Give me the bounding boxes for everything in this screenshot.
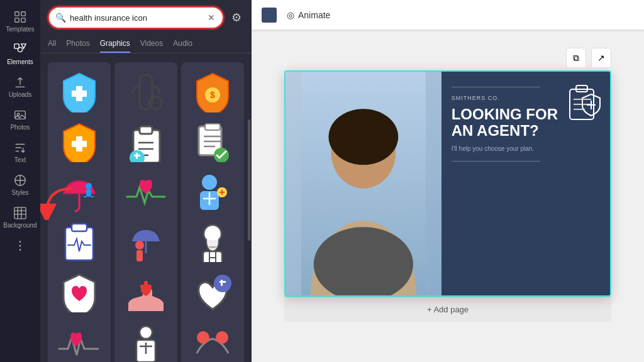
sidebar-label-styles: Styles bbox=[11, 189, 28, 196]
panel-tabs: All Photos Graphics Videos Audio bbox=[40, 35, 252, 53]
duplicate-button[interactable]: ⧉ bbox=[566, 48, 586, 68]
svg-point-50 bbox=[216, 331, 228, 344]
svg-text:$: $ bbox=[210, 90, 215, 100]
sidebar-item-more[interactable] bbox=[0, 234, 40, 258]
svg-rect-27 bbox=[205, 124, 220, 130]
canvas-wrapper: ⧉ ↗ bbox=[252, 30, 644, 362]
sidebar-item-templates[interactable]: Templates bbox=[0, 5, 40, 38]
svg-point-49 bbox=[197, 331, 209, 344]
filter-button[interactable]: ⚙ bbox=[229, 8, 244, 27]
tab-audio[interactable]: Audio bbox=[173, 35, 192, 53]
svg-point-13 bbox=[19, 249, 21, 251]
svg-point-40 bbox=[204, 225, 221, 243]
list-item[interactable] bbox=[114, 312, 177, 363]
design-card: SMITHERS CO. LOOKING FOR AN AGENT? I'll … bbox=[284, 70, 611, 297]
add-page-bar[interactable]: + Add page bbox=[284, 297, 611, 322]
list-item[interactable] bbox=[181, 312, 244, 363]
search-clear-button[interactable]: ✕ bbox=[206, 11, 216, 24]
tab-videos[interactable]: Videos bbox=[140, 35, 163, 53]
search-input-wrap[interactable]: 🔍 ✕ bbox=[48, 6, 224, 29]
search-icon: 🔍 bbox=[55, 13, 66, 23]
svg-point-47 bbox=[140, 326, 152, 339]
svg-point-8 bbox=[17, 113, 19, 116]
person-svg bbox=[286, 72, 441, 295]
sidebar-item-photos[interactable]: Photos bbox=[0, 103, 40, 136]
svg-rect-3 bbox=[21, 18, 25, 22]
svg-rect-2 bbox=[15, 18, 19, 22]
svg-rect-46 bbox=[221, 280, 223, 286]
sidebar-item-elements[interactable]: Elements bbox=[0, 38, 40, 70]
svg-rect-20 bbox=[72, 141, 87, 147]
sidebar-label-templates: Templates bbox=[6, 26, 35, 33]
list-item[interactable] bbox=[48, 312, 111, 363]
sidebar-item-background[interactable]: Background bbox=[0, 201, 40, 234]
top-bar: ◎ Animate bbox=[252, 0, 644, 30]
animate-icon: ◎ bbox=[287, 10, 294, 20]
svg-rect-1 bbox=[21, 12, 25, 16]
svg-point-54 bbox=[328, 109, 398, 165]
svg-rect-10 bbox=[14, 207, 26, 219]
animate-button[interactable]: ◎ Animate bbox=[287, 10, 330, 20]
svg-point-30 bbox=[86, 183, 92, 189]
canvas-controls: ⧉ ↗ bbox=[566, 48, 611, 68]
svg-point-11 bbox=[19, 241, 21, 243]
canvas-area: ⧉ ↗ bbox=[284, 70, 611, 297]
card-divider-bottom bbox=[452, 161, 541, 162]
add-page-label: + Add page bbox=[427, 305, 469, 314]
sidebar-label-elements: Elements bbox=[7, 58, 33, 65]
sidebar-item-styles[interactable]: Styles bbox=[0, 168, 40, 201]
sidebar-label-photos: Photos bbox=[10, 124, 30, 131]
svg-rect-35 bbox=[65, 228, 93, 260]
svg-rect-39 bbox=[136, 250, 143, 261]
tab-photos[interactable]: Photos bbox=[66, 35, 89, 53]
svg-rect-36 bbox=[72, 224, 87, 231]
icons-grid: $ bbox=[40, 58, 252, 362]
svg-rect-43 bbox=[140, 285, 152, 288]
svg-rect-31 bbox=[86, 189, 91, 197]
animate-label: Animate bbox=[298, 10, 330, 20]
svg-rect-25 bbox=[136, 153, 138, 159]
card-photo bbox=[286, 72, 441, 295]
card-content: SMITHERS CO. LOOKING FOR AN AGENT? I'll … bbox=[441, 72, 610, 295]
search-bar: 🔍 ✕ ⚙ bbox=[40, 0, 252, 35]
svg-rect-22 bbox=[140, 126, 152, 134]
search-input[interactable] bbox=[70, 13, 203, 23]
sidebar-label-text: Text bbox=[14, 156, 26, 163]
sidebar-label-uploads: Uploads bbox=[9, 91, 32, 98]
card-divider-top bbox=[452, 87, 541, 87]
sidebar-item-uploads[interactable]: Uploads bbox=[0, 70, 40, 103]
elements-panel: 🔍 ✕ ⚙ All Photos Graphics Videos Audio bbox=[40, 0, 252, 362]
tab-graphics[interactable]: Graphics bbox=[100, 35, 130, 53]
svg-point-32 bbox=[202, 175, 217, 190]
tab-all[interactable]: All bbox=[48, 35, 56, 53]
sidebar-label-background: Background bbox=[3, 222, 36, 229]
main-area: ◎ Animate ⧉ ↗ bbox=[252, 0, 644, 362]
panel-scrollbar[interactable] bbox=[248, 119, 250, 241]
svg-rect-15 bbox=[72, 90, 87, 97]
card-insurance-icon bbox=[565, 82, 602, 128]
color-swatch[interactable] bbox=[262, 8, 277, 23]
sidebar: Templates Elements Uploads Photos Text bbox=[0, 0, 40, 362]
expand-button[interactable]: ↗ bbox=[591, 48, 611, 68]
sidebar-item-text[interactable]: Text bbox=[0, 136, 40, 168]
svg-rect-0 bbox=[15, 12, 19, 16]
svg-point-38 bbox=[135, 241, 144, 250]
card-subtext: I'll help you choose your plan. bbox=[452, 145, 600, 153]
svg-point-12 bbox=[19, 245, 21, 247]
